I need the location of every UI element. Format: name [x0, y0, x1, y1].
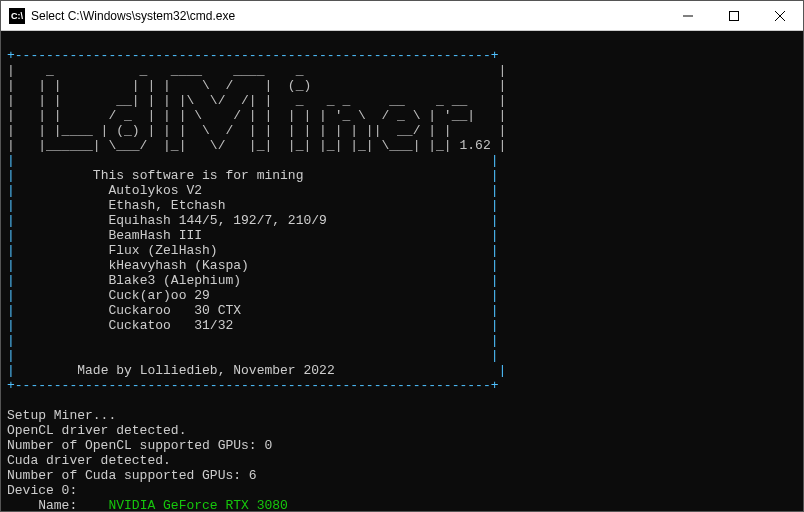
svg-rect-1: [730, 11, 739, 20]
close-icon: [775, 11, 785, 21]
algo-line: kHeavyhash (Kaspa): [108, 258, 248, 273]
maximize-button[interactable]: [711, 1, 757, 30]
log-line: Number of Cuda supported GPUs: 6: [7, 468, 257, 483]
terminal-output[interactable]: +---------------------------------------…: [1, 31, 803, 511]
ascii-logo-line: | _ _ ____ ____ _ |: [7, 63, 506, 78]
banner-side: |: [491, 348, 499, 363]
banner-side: |: [7, 363, 15, 378]
banner-side: |: [491, 258, 499, 273]
banner-side: |: [7, 168, 15, 183]
algo-line: Cuckaroo 30 CTX: [108, 303, 241, 318]
ascii-logo-line: | |______| \___/ |_| \/ |_| |_| |_| |_| …: [7, 138, 506, 153]
banner-side: |: [491, 303, 499, 318]
banner-side: |: [491, 273, 499, 288]
banner-side: |: [7, 243, 15, 258]
banner-side: |: [7, 153, 15, 168]
algo-line: BeamHash III: [108, 228, 202, 243]
banner-border-bottom: +---------------------------------------…: [7, 378, 498, 393]
log-line: Setup Miner...: [7, 408, 116, 423]
minimize-icon: [683, 11, 693, 21]
banner-side: |: [7, 258, 15, 273]
ascii-logo-line: | | |____ | (_) | | | \ / | | | | | | | …: [7, 123, 506, 138]
minimize-button[interactable]: [665, 1, 711, 30]
log-line: Device 0:: [7, 483, 77, 498]
banner-side: |: [491, 333, 499, 348]
banner-side: |: [7, 198, 15, 213]
banner-side: |: [491, 153, 499, 168]
algo-line: Cuckatoo 31/32: [108, 318, 233, 333]
window-title: Select C:\Windows\system32\cmd.exe: [31, 9, 665, 23]
algo-line: Flux (ZelHash): [108, 243, 217, 258]
ascii-logo-line: | | | __| | | |\ \/ /| | _ _ _ __ _ __ |: [7, 93, 506, 108]
banner-side: |: [499, 363, 507, 378]
window-controls: [665, 1, 803, 30]
algo-line: Equihash 144/5, 192/7, 210/9: [108, 213, 326, 228]
banner-side: |: [491, 168, 499, 183]
banner-side: |: [7, 213, 15, 228]
log-line: OpenCL driver detected.: [7, 423, 186, 438]
algo-line: Ethash, Etchash: [108, 198, 225, 213]
algo-line: Autolykos V2: [108, 183, 202, 198]
ascii-logo-line: | | | | | | \ / | (_) |: [7, 78, 506, 93]
banner-side: |: [491, 318, 499, 333]
banner-side: |: [7, 333, 15, 348]
banner-side: |: [7, 348, 15, 363]
log-line: Cuda driver detected.: [7, 453, 171, 468]
algo-line: Cuck(ar)oo 29: [108, 288, 209, 303]
ascii-logo-line: | | | / _ | | | \ / | | | | | '_ \ / _ \…: [7, 108, 506, 123]
banner-side: |: [7, 183, 15, 198]
intro-header: This software is for mining: [93, 168, 304, 183]
banner-side: |: [491, 213, 499, 228]
banner-side: |: [491, 228, 499, 243]
close-button[interactable]: [757, 1, 803, 30]
log-line: Number of OpenCL supported GPUs: 0: [7, 438, 272, 453]
banner-side: |: [7, 273, 15, 288]
algo-line: Blake3 (Alephium): [108, 273, 241, 288]
banner-side: |: [491, 183, 499, 198]
window-titlebar: C:\ Select C:\Windows\system32\cmd.exe: [1, 1, 803, 31]
banner-side: |: [491, 198, 499, 213]
banner-side: |: [7, 303, 15, 318]
banner-side: |: [7, 288, 15, 303]
banner-credit: Made by Lolliedieb, November 2022: [77, 363, 334, 378]
banner-border-top: +---------------------------------------…: [7, 48, 498, 63]
gpu-name-value: NVIDIA GeForce RTX 3080: [108, 498, 287, 511]
cmd-icon: C:\: [9, 8, 25, 24]
banner-side: |: [491, 288, 499, 303]
banner-side: |: [491, 243, 499, 258]
gpu-name-label: Name:: [7, 498, 108, 511]
banner-side: |: [7, 228, 15, 243]
banner-side: |: [7, 318, 15, 333]
maximize-icon: [729, 11, 739, 21]
